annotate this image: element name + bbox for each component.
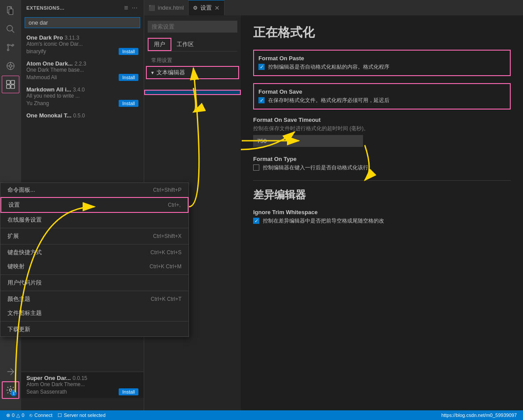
gear-badge-count: 1 bbox=[11, 390, 17, 396]
context-menu: 命令面板... Ctrl+Shift+P 设置 Ctrl+, 在线服务设置 扩展… bbox=[0, 183, 189, 337]
menu-label-file-icon-theme: 文件图标主题 bbox=[7, 309, 42, 317]
nav-item-minimap[interactable] bbox=[144, 99, 241, 102]
menu-item-keymap[interactable]: 键映射 Ctrl+K Ctrl+M bbox=[0, 259, 189, 274]
server-status[interactable]: ☐ Server not selected bbox=[55, 413, 108, 418]
menu-label-command-palette: 命令面板... bbox=[7, 186, 35, 194]
format-on-type-label: Format On Type bbox=[253, 156, 511, 162]
svg-rect-15 bbox=[11, 85, 15, 88]
format-on-save-row: ✓ 在保存时格式化文件。格式化程序必须可用，延迟后 bbox=[258, 97, 505, 104]
svg-rect-13 bbox=[11, 80, 15, 84]
nav-item-app[interactable] bbox=[144, 120, 241, 123]
ext-name-4: One Monokai T...0.5.0 bbox=[26, 112, 138, 119]
menu-item-settings[interactable]: 设置 Ctrl+, bbox=[0, 197, 189, 213]
format-on-save-timeout-desc: 控制在保存文件时进行格式化的超时时间 (毫秒)。 bbox=[253, 125, 511, 132]
ext-row-5: Sean Sassenrath Install bbox=[26, 388, 138, 395]
install-btn-3[interactable]: Install bbox=[119, 100, 138, 107]
setting-format-on-save-timeout: Format On Save Timeout 控制在保存文件时进行格式化的超时时… bbox=[253, 117, 511, 147]
settings-search-input[interactable] bbox=[148, 21, 237, 33]
checkmark-save-icon: ✓ bbox=[260, 98, 264, 103]
svg-rect-1 bbox=[9, 9, 13, 15]
format-on-paste-checkbox[interactable]: ✓ bbox=[258, 64, 265, 70]
format-on-type-checkbox[interactable] bbox=[253, 164, 259, 171]
format-on-save-desc: 在保存时格式化文件。格式化程序必须可用，延迟后 bbox=[268, 97, 389, 104]
ext-author-2: Mahmoud Ali bbox=[26, 74, 57, 80]
extension-item-4[interactable]: One Monokai T...0.5.0 bbox=[21, 110, 144, 121]
menu-item-extensions[interactable]: 扩展 Ctrl+Shift+X bbox=[0, 229, 189, 243]
install-btn-1[interactable]: Install bbox=[119, 48, 138, 55]
remote-status[interactable]: ⎋ ⎋ Connect Connect bbox=[27, 413, 55, 418]
ext-name-1: One Dark Pro3.11.3 bbox=[26, 34, 138, 41]
debug-icon[interactable] bbox=[2, 57, 19, 75]
ignore-trim-label: Ignore Trim Whitespace bbox=[253, 209, 511, 215]
tab-close-btn[interactable]: ✕ bbox=[214, 4, 220, 11]
menu-label-keymap: 键映射 bbox=[7, 263, 25, 270]
menu-item-keyboard-shortcuts[interactable]: 键盘快捷方式 Ctrl+K Ctrl+S bbox=[0, 245, 189, 259]
files-icon[interactable] bbox=[2, 2, 19, 19]
errors-status[interactable]: ⊗ 0 △ 0 bbox=[4, 413, 27, 418]
extensions-icon[interactable] bbox=[2, 76, 19, 93]
tab-user[interactable]: 用户 bbox=[148, 38, 171, 51]
nav-item-diff[interactable] bbox=[144, 95, 241, 99]
nav-item-cursor[interactable] bbox=[144, 79, 241, 83]
nav-item-find[interactable] bbox=[144, 83, 241, 86]
extension-search-input[interactable]: one dar bbox=[25, 17, 140, 28]
menu-label-color-theme: 颜色主题 bbox=[7, 295, 30, 303]
menu-shortcut-keymap: Ctrl+K Ctrl+M bbox=[149, 263, 182, 270]
ignore-trim-checkbox[interactable]: ✓ bbox=[253, 218, 259, 224]
format-on-save-timeout-input[interactable]: 750 bbox=[253, 135, 363, 147]
svg-point-2 bbox=[7, 26, 13, 31]
checkmark-icon: ✓ bbox=[260, 64, 264, 70]
menu-label-keyboard-shortcuts: 键盘快捷方式 bbox=[7, 248, 42, 256]
format-on-type-desc: 控制编辑器在键入一行后是否自动格式化该行。 bbox=[263, 164, 374, 172]
nav-item-window[interactable] bbox=[144, 113, 241, 116]
nav-item-features[interactable] bbox=[144, 116, 241, 120]
nav-group-label: 文本编辑器 bbox=[156, 69, 185, 77]
tab-settings[interactable]: ⚙ 设置 ✕ bbox=[189, 0, 225, 15]
nav-item-files[interactable] bbox=[144, 106, 241, 109]
menu-item-user-snippets[interactable]: 用户代码片段 bbox=[0, 276, 189, 290]
tab-index-html[interactable]: ⬛ index.html bbox=[144, 0, 189, 15]
menu-item-file-icon-theme[interactable]: 文件图标主题 bbox=[0, 306, 189, 320]
menu-shortcut-color-theme: Ctrl+K Ctrl+T bbox=[151, 296, 182, 302]
svg-point-4 bbox=[7, 44, 9, 46]
extension-item-5[interactable]: Super One Dar...0.0.15 Atom One Dark The… bbox=[21, 372, 144, 398]
ignore-trim-desc: 控制在差异编辑器中是否把前导空格或尾随空格的改 bbox=[263, 217, 384, 225]
menu-item-online-services[interactable]: 在线服务设置 bbox=[0, 213, 189, 227]
nav-section-common: 常用设置 bbox=[144, 55, 241, 66]
menu-item-download-update[interactable]: 下载更新 bbox=[0, 322, 189, 336]
ext-desc-5: Atom One Dark Theme... bbox=[26, 381, 138, 387]
extension-item-3[interactable]: Markdown All i...3.4.0 All you need to w… bbox=[21, 84, 144, 110]
install-btn-2[interactable]: Install bbox=[119, 74, 138, 81]
nav-item-formatting[interactable] bbox=[144, 90, 241, 95]
install-btn-5[interactable]: Install bbox=[119, 388, 138, 395]
url-status[interactable]: https://blog.csdn.net/m0_59939097 bbox=[439, 413, 519, 418]
nav-item-workbench[interactable] bbox=[144, 109, 241, 113]
filter-icon[interactable]: ≡ bbox=[123, 3, 129, 13]
server-icon: ☐ bbox=[58, 413, 62, 418]
settings-tab-row: 用户 工作区 bbox=[148, 38, 237, 51]
section-title-diff: 差异编辑器 bbox=[253, 188, 511, 202]
ext-row-1: binaryify Install bbox=[26, 48, 138, 55]
ext-name-5: Super One Dar...0.0.15 bbox=[26, 375, 138, 381]
source-control-icon[interactable] bbox=[2, 39, 19, 56]
nav-group-text-editor[interactable]: ▼ 文本编辑器 bbox=[146, 66, 239, 79]
gear-icon[interactable]: 1 bbox=[2, 381, 19, 399]
settings-panel: 用户 工作区 常用设置 ▼ 文本编辑器 正在格式化 Format On Past… bbox=[144, 15, 523, 410]
tab-workspace[interactable]: 工作区 bbox=[171, 38, 199, 51]
connect-icon: ⎋ bbox=[29, 413, 33, 418]
extension-item-1[interactable]: One Dark Pro3.11.3 Atom's iconic One Dar… bbox=[21, 32, 144, 58]
remote-icon[interactable] bbox=[2, 363, 19, 380]
nav-item-extensions-nav[interactable] bbox=[144, 123, 241, 127]
tab-label-settings: 设置 bbox=[200, 4, 212, 12]
search-icon[interactable] bbox=[2, 20, 19, 38]
sidebar-actions: ≡ ··· bbox=[123, 3, 138, 13]
more-icon[interactable]: ··· bbox=[131, 3, 138, 13]
format-on-save-checkbox[interactable]: ✓ bbox=[258, 97, 265, 103]
status-right: https://blog.csdn.net/m0_59939097 bbox=[439, 413, 519, 418]
menu-item-color-theme[interactable]: 颜色主题 Ctrl+K Ctrl+T bbox=[0, 292, 189, 306]
nav-item-suggest[interactable] bbox=[144, 102, 241, 106]
menu-item-command-palette[interactable]: 命令面板... Ctrl+Shift+P bbox=[0, 183, 189, 197]
nav-item-font[interactable] bbox=[144, 86, 241, 90]
extension-item-2[interactable]: Atom One Dark...2.2.3 One Dark Theme bas… bbox=[21, 58, 144, 84]
settings-file-icon: ⚙ bbox=[193, 5, 198, 11]
